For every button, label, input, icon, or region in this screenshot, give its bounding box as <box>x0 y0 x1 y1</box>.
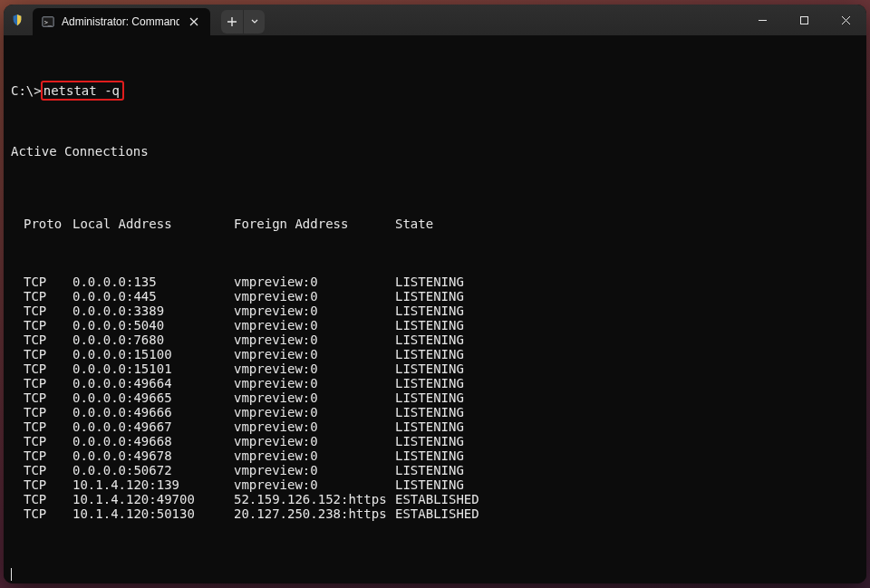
cell-proto: TCP <box>11 492 72 506</box>
cell-state: LISTENING <box>395 289 464 304</box>
cell-local-address: 0.0.0.0:50672 <box>72 463 234 477</box>
cell-proto: TCP <box>11 275 72 289</box>
cell-proto: TCP <box>11 289 72 304</box>
connection-row: TCP0.0.0.0:5040vmpreview:0LISTENING <box>11 318 859 333</box>
cell-proto: TCP <box>11 448 72 463</box>
prompt-line: C:\>netstat -q <box>11 81 859 101</box>
cell-foreign-address: vmpreview:0 <box>234 333 395 347</box>
titlebar[interactable]: >_ Administrator: Command Pro <box>4 5 866 35</box>
cell-proto: TCP <box>11 419 72 434</box>
cell-local-address: 0.0.0.0:49664 <box>72 376 234 390</box>
cell-proto: TCP <box>11 376 72 390</box>
cell-proto: TCP <box>11 333 72 347</box>
cell-local-address: 0.0.0.0:7680 <box>72 333 234 347</box>
terminal-tab[interactable]: >_ Administrator: Command Pro <box>33 8 210 35</box>
cell-foreign-address: vmpreview:0 <box>234 318 395 333</box>
new-tab-button[interactable] <box>221 10 243 34</box>
cell-local-address: 0.0.0.0:49665 <box>72 390 234 405</box>
connection-row: TCP0.0.0.0:49665vmpreview:0LISTENING <box>11 390 859 405</box>
text-cursor <box>11 568 12 581</box>
connection-row: TCP10.1.4.120:5013020.127.250.238:httpsE… <box>11 506 859 521</box>
connection-row: TCP0.0.0.0:49667vmpreview:0LISTENING <box>11 419 859 434</box>
new-tab-dropdown[interactable] <box>243 10 265 34</box>
cell-local-address: 0.0.0.0:3389 <box>72 304 234 318</box>
maximize-button[interactable] <box>783 5 825 35</box>
cell-state: LISTENING <box>395 405 464 419</box>
connection-row: TCP0.0.0.0:49664vmpreview:0LISTENING <box>11 376 859 390</box>
cell-state: LISTENING <box>395 318 464 333</box>
minimize-button[interactable] <box>741 5 783 35</box>
cell-state: LISTENING <box>395 419 464 434</box>
cmd-icon: >_ <box>42 15 54 28</box>
cursor-line <box>11 564 859 581</box>
cell-state: LISTENING <box>395 376 464 390</box>
cell-proto: TCP <box>11 304 72 318</box>
cell-proto: TCP <box>11 434 72 448</box>
connection-row: TCP0.0.0.0:49668vmpreview:0LISTENING <box>11 434 859 448</box>
svg-rect-2 <box>800 16 807 24</box>
cell-foreign-address: vmpreview:0 <box>234 477 395 492</box>
cell-state: LISTENING <box>395 390 464 405</box>
cell-state: LISTENING <box>395 448 464 463</box>
cell-proto: TCP <box>11 318 72 333</box>
command-highlight: netstat -q <box>41 81 124 101</box>
cell-proto: TCP <box>11 405 72 419</box>
shield-icon <box>11 14 24 26</box>
connection-row: TCP0.0.0.0:15101vmpreview:0LISTENING <box>11 361 859 376</box>
cell-local-address: 0.0.0.0:15100 <box>72 347 234 361</box>
close-button[interactable] <box>825 5 866 35</box>
cell-proto: TCP <box>11 361 72 376</box>
cell-state: ESTABLISHED <box>395 506 479 521</box>
cell-foreign-address: vmpreview:0 <box>234 275 395 289</box>
connection-row: TCP0.0.0.0:135vmpreview:0LISTENING <box>11 275 859 289</box>
cell-foreign-address: vmpreview:0 <box>234 419 395 434</box>
cell-foreign-address: vmpreview:0 <box>234 376 395 390</box>
cell-foreign-address: vmpreview:0 <box>234 405 395 419</box>
cell-local-address: 0.0.0.0:49678 <box>72 448 234 463</box>
cell-local-address: 0.0.0.0:5040 <box>72 318 234 333</box>
cell-foreign-address: vmpreview:0 <box>234 289 395 304</box>
prompt: C:\> <box>11 83 42 98</box>
connection-row: TCP10.1.4.120:4970052.159.126.152:httpsE… <box>11 492 859 506</box>
section-header: Active Connections <box>11 144 859 159</box>
cell-state: LISTENING <box>395 275 464 289</box>
cell-foreign-address: vmpreview:0 <box>234 463 395 477</box>
connection-list: TCP0.0.0.0:135vmpreview:0LISTENINGTCP0.0… <box>11 275 859 521</box>
connection-row: TCP10.1.4.120:139vmpreview:0LISTENING <box>11 477 859 492</box>
cell-foreign-address: vmpreview:0 <box>234 347 395 361</box>
cell-foreign-address: vmpreview:0 <box>234 304 395 318</box>
command-text: netstat -q <box>44 83 120 98</box>
cell-state: ESTABLISHED <box>395 492 479 506</box>
cell-local-address: 10.1.4.120:139 <box>72 477 234 492</box>
cell-proto: TCP <box>11 463 72 477</box>
cell-proto: TCP <box>11 390 72 405</box>
connection-row: TCP0.0.0.0:49666vmpreview:0LISTENING <box>11 405 859 419</box>
cell-local-address: 0.0.0.0:49667 <box>72 419 234 434</box>
cell-foreign-address: vmpreview:0 <box>234 390 395 405</box>
cell-foreign-address: vmpreview:0 <box>234 448 395 463</box>
connection-row: TCP0.0.0.0:15100vmpreview:0LISTENING <box>11 347 859 361</box>
cell-proto: TCP <box>11 506 72 521</box>
column-header-row: Proto Local Address Foreign Address Stat… <box>11 217 859 231</box>
cell-state: LISTENING <box>395 434 464 448</box>
tab-close-button[interactable] <box>187 14 201 29</box>
cell-local-address: 10.1.4.120:49700 <box>72 492 234 506</box>
cell-local-address: 0.0.0.0:49668 <box>72 434 234 448</box>
cell-state: LISTENING <box>395 333 464 347</box>
cell-state: LISTENING <box>395 361 464 376</box>
cell-local-address: 0.0.0.0:15101 <box>72 361 234 376</box>
cell-local-address: 0.0.0.0:445 <box>72 289 234 304</box>
terminal-body[interactable]: C:\>netstat -q Active Connections Proto … <box>4 35 866 583</box>
cell-local-address: 0.0.0.0:49666 <box>72 405 234 419</box>
cell-foreign-address: vmpreview:0 <box>234 434 395 448</box>
cell-state: LISTENING <box>395 477 464 492</box>
desktop-background: >_ Administrator: Command Pro <box>0 0 870 588</box>
cell-state: LISTENING <box>395 304 464 318</box>
cell-foreign-address: 20.127.250.238:https <box>234 506 395 521</box>
cell-foreign-address: vmpreview:0 <box>234 361 395 376</box>
terminal-window: >_ Administrator: Command Pro <box>4 5 866 583</box>
window-controls <box>741 5 866 35</box>
connection-row: TCP0.0.0.0:50672vmpreview:0LISTENING <box>11 463 859 477</box>
cell-state: LISTENING <box>395 463 464 477</box>
cell-local-address: 10.1.4.120:50130 <box>72 506 234 521</box>
